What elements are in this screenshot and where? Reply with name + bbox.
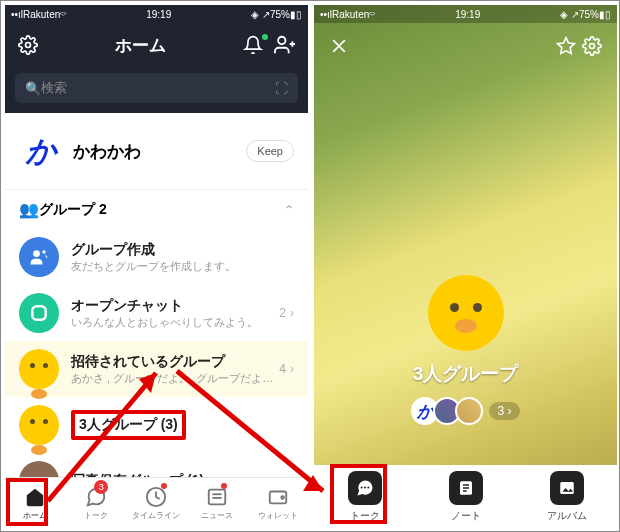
group-info: 3人グループ か 3 › — [314, 275, 617, 425]
svg-point-19 — [367, 487, 369, 489]
group-profile-screen: ••ıl Rakuten ⌔ 19:19 ◈ ↗ 75% ▮▯ 3人グループ か… — [314, 5, 617, 529]
carrier: Rakuten — [23, 9, 60, 20]
nav-wallet[interactable]: ウォレット — [247, 478, 308, 529]
close-icon[interactable] — [326, 33, 352, 59]
home-icon — [24, 486, 46, 508]
timeline-icon — [145, 486, 167, 508]
page-title: ホーム — [41, 34, 240, 57]
home-screen: ••ıl Rakuten ⌔ 19:19 ◈ ↗ 75% ▮▯ ホーム 🔍 検索… — [5, 5, 308, 529]
settings-icon[interactable] — [579, 33, 605, 59]
action-label: アルバム — [547, 509, 587, 523]
battery-icon: ▮▯ — [599, 9, 611, 20]
news-icon — [206, 486, 228, 508]
nav-home[interactable]: ホーム — [5, 478, 66, 529]
battery-pct: 75% — [579, 9, 599, 20]
create-group-icon — [19, 237, 59, 277]
svg-point-1 — [278, 37, 285, 44]
row-title: 3人グループ (3) — [71, 410, 186, 440]
profile-avatar: か — [19, 129, 63, 173]
profile-row[interactable]: か かわかわ Keep — [5, 113, 308, 189]
svg-rect-24 — [560, 482, 574, 494]
action-note[interactable]: ノート — [415, 465, 516, 529]
battery-icon: ▮▯ — [290, 9, 302, 20]
battery-pct: 75% — [270, 9, 290, 20]
signal-icon: ••ıl — [11, 9, 23, 20]
notification-dot — [161, 483, 167, 489]
create-group-row[interactable]: グループ作成友だちとグループを作成します。 — [5, 229, 308, 285]
sally-avatar — [19, 405, 59, 445]
cover-image — [314, 5, 617, 529]
signal-icon: ••ıl — [320, 9, 332, 20]
qr-icon[interactable]: ⛶ — [275, 81, 288, 96]
svg-rect-6 — [32, 306, 45, 319]
group-section-label: グループ 2 — [39, 201, 107, 219]
album-icon — [550, 471, 584, 505]
location-icon: ◈ ↗ — [251, 9, 270, 20]
action-label: トーク — [350, 509, 380, 523]
row-sub: 友だちとグループを作成します。 — [71, 259, 294, 274]
svg-point-16 — [590, 44, 595, 49]
clock: 19:19 — [375, 9, 560, 20]
settings-icon[interactable] — [15, 32, 41, 58]
nav-news[interactable]: ニュース — [187, 478, 248, 529]
sally-avatar — [19, 349, 59, 389]
nav-label: ウォレット — [258, 510, 298, 521]
svg-point-17 — [360, 487, 362, 489]
chevron-right-icon: › — [290, 362, 294, 376]
clock: 19:19 — [66, 9, 251, 20]
group-avatar[interactable] — [428, 275, 504, 351]
status-bar: ••ıl Rakuten ⌔ 19:19 ◈ ↗ 75% ▮▯ — [5, 5, 308, 23]
svg-point-4 — [33, 250, 40, 257]
members-row[interactable]: か 3 › — [411, 397, 519, 425]
svg-marker-15 — [558, 38, 575, 54]
row-title: グループ作成 — [71, 241, 294, 259]
group-3-row[interactable]: 3人グループ (3) — [5, 397, 308, 453]
location-icon: ◈ ↗ — [560, 9, 579, 20]
row-count: 2 — [279, 306, 286, 320]
group-section-header[interactable]: 👥 グループ 2 ⌃ — [5, 189, 308, 229]
status-bar: ••ıl Rakuten ⌔ 19:19 ◈ ↗ 75% ▮▯ — [314, 5, 617, 23]
profile-name: かわかわ — [73, 140, 246, 163]
add-friend-icon[interactable] — [272, 32, 298, 58]
wallet-icon — [267, 486, 289, 508]
carrier: Rakuten — [332, 9, 369, 20]
top-bar — [314, 27, 617, 65]
action-bar: トーク ノート アルバム — [314, 465, 617, 529]
notification-dot — [262, 34, 268, 40]
search-placeholder: 検索 — [41, 79, 67, 97]
action-album[interactable]: アルバム — [516, 465, 617, 529]
talk-icon — [348, 471, 382, 505]
svg-point-18 — [364, 487, 366, 489]
action-label: ノート — [451, 509, 481, 523]
row-count: 4 — [279, 362, 286, 376]
action-talk[interactable]: トーク — [314, 465, 415, 529]
people-icon: 👥 — [19, 200, 39, 219]
chevron-right-icon: › — [290, 306, 294, 320]
openchat-icon — [19, 293, 59, 333]
row-sub: あかさ , グループだよ。, グループだよ。, ... — [71, 371, 279, 386]
nav-label: トーク — [84, 510, 108, 521]
bottom-nav: ホーム 3トーク タイムライン ニュース ウォレット — [5, 477, 308, 529]
row-sub: いろんな人とおしゃべりしてみよう。 — [71, 315, 279, 330]
svg-point-0 — [26, 43, 31, 48]
star-icon[interactable] — [553, 33, 579, 59]
search-icon: 🔍 — [25, 81, 41, 96]
row-title: 招待されているグループ — [71, 353, 279, 371]
keep-button[interactable]: Keep — [246, 140, 294, 162]
header: ホーム — [5, 23, 308, 67]
member-avatar — [455, 397, 483, 425]
search-bar[interactable]: 🔍 検索 ⛶ — [5, 67, 308, 113]
nav-talk[interactable]: 3トーク — [66, 478, 127, 529]
group-name: 3人グループ — [413, 361, 519, 387]
nav-label: ニュース — [201, 510, 233, 521]
note-icon — [449, 471, 483, 505]
nav-label: ホーム — [23, 510, 47, 521]
nav-timeline[interactable]: タイムライン — [126, 478, 187, 529]
nav-label: タイムライン — [132, 510, 180, 521]
member-count: 3 › — [489, 402, 519, 420]
row-title: オープンチャット — [71, 297, 279, 315]
invited-groups-row[interactable]: 招待されているグループあかさ , グループだよ。, グループだよ。, ... 4… — [5, 341, 308, 397]
openchat-row[interactable]: オープンチャットいろんな人とおしゃべりしてみよう。 2› — [5, 285, 308, 341]
svg-point-12 — [281, 496, 284, 499]
chevron-up-icon: ⌃ — [284, 203, 294, 217]
